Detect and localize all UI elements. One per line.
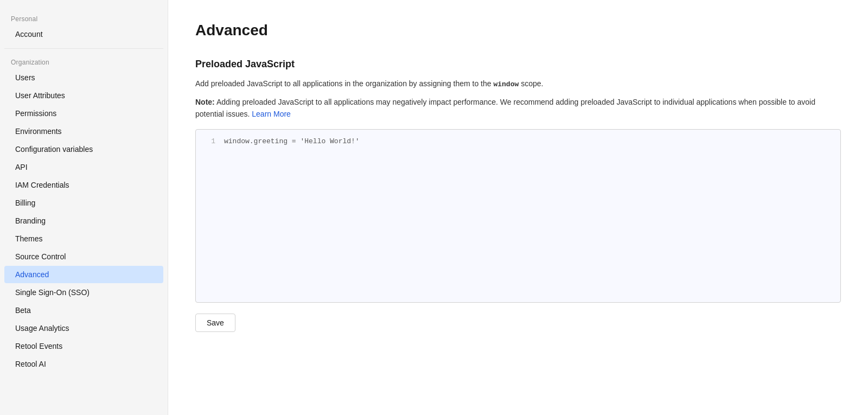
sidebar-item-environments[interactable]: Environments [4,123,163,140]
sidebar-item-configuration-variables[interactable]: Configuration variables [4,141,163,158]
personal-section-label: Personal [0,11,168,25]
sidebar-item-usage-analytics-label: Usage Analytics [15,324,69,333]
description-text: Add preloaded JavaScript to all applicat… [195,78,841,91]
sidebar-item-account-label: Account [15,30,43,39]
line-number-1: 1 [202,137,215,145]
sidebar-item-branding[interactable]: Branding [4,212,163,229]
learn-more-link[interactable]: Learn More [252,110,291,118]
sidebar-item-single-sign-on[interactable]: Single Sign-On (SSO) [4,284,163,301]
sidebar-item-branding-label: Branding [15,216,46,225]
sidebar-item-user-attributes-label: User Attributes [15,91,65,100]
sidebar-item-advanced-label: Advanced [15,270,49,279]
description-suffix: scope. [519,79,543,88]
organization-section-label: Organization [0,54,168,68]
sidebar-divider [4,48,163,49]
sidebar-item-retool-events-label: Retool Events [15,342,62,350]
note-prefix: Note: [195,98,215,106]
sidebar-item-api[interactable]: API [4,158,163,176]
description-code: window [493,80,519,88]
note-text: Note: Adding preloaded JavaScript to all… [195,96,841,120]
line-content-1: window.greeting = 'Hello World!' [224,137,360,145]
sidebar-item-iam-credentials-label: IAM Credentials [15,181,69,189]
sidebar-item-retool-ai[interactable]: Retool AI [4,355,163,373]
sidebar-item-environments-label: Environments [15,127,62,136]
sidebar-item-usage-analytics[interactable]: Usage Analytics [4,320,163,337]
sidebar-item-retool-ai-label: Retool AI [15,360,46,368]
sidebar-item-billing-label: Billing [15,199,35,207]
sidebar-item-permissions-label: Permissions [15,109,56,118]
section-title: Preloaded JavaScript [195,59,841,70]
sidebar-item-themes-label: Themes [15,234,43,243]
sidebar-item-source-control-label: Source Control [15,252,66,261]
save-button[interactable]: Save [195,314,235,332]
sidebar-item-advanced[interactable]: Advanced [4,266,163,283]
sidebar-item-themes[interactable]: Themes [4,230,163,247]
sidebar-item-users-label: Users [15,73,35,82]
sidebar-item-beta[interactable]: Beta [4,302,163,319]
page-title: Advanced [195,22,841,39]
main-content: Advanced Preloaded JavaScript Add preloa… [168,0,868,415]
sidebar-item-single-sign-on-label: Single Sign-On (SSO) [15,288,90,297]
sidebar-item-billing[interactable]: Billing [4,194,163,212]
sidebar-item-source-control[interactable]: Source Control [4,248,163,265]
sidebar-item-beta-label: Beta [15,306,31,315]
code-editor[interactable]: 1 window.greeting = 'Hello World!' [195,129,841,303]
sidebar-item-retool-events[interactable]: Retool Events [4,337,163,355]
sidebar-item-configuration-variables-label: Configuration variables [15,145,93,154]
sidebar-item-account[interactable]: Account [4,25,163,43]
sidebar: Personal Account Organization Users User… [0,0,168,415]
sidebar-item-user-attributes[interactable]: User Attributes [4,87,163,104]
code-line-1: 1 window.greeting = 'Hello World!' [196,136,840,146]
sidebar-item-users[interactable]: Users [4,69,163,86]
sidebar-item-permissions[interactable]: Permissions [4,105,163,122]
sidebar-item-iam-credentials[interactable]: IAM Credentials [4,176,163,194]
description-prefix: Add preloaded JavaScript to all applicat… [195,79,493,88]
sidebar-item-api-label: API [15,163,28,171]
